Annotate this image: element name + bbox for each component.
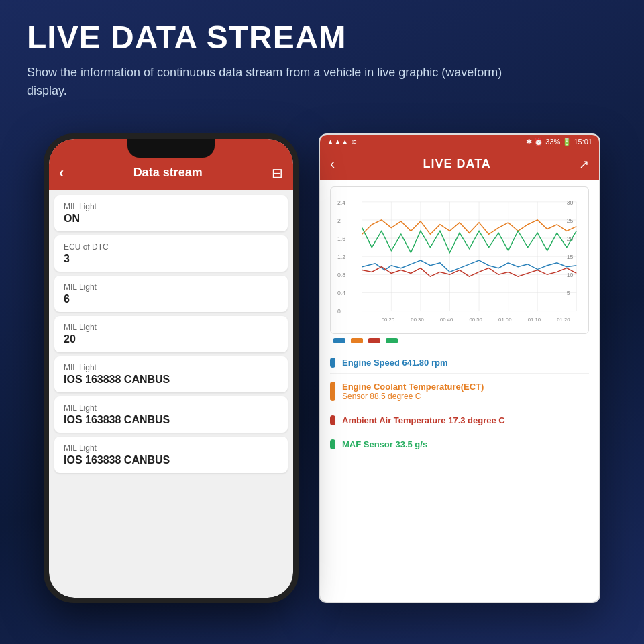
svg-text:0.4: 0.4 xyxy=(337,290,345,297)
sensor-value: Sensor 88.5 degree C xyxy=(342,392,484,401)
sensor-info: Engine Speed 641.80 rpm xyxy=(342,358,448,368)
sensor-item: Engine Coolant Temperature(ECT) Sensor 8… xyxy=(330,376,589,407)
right-header: ‹ LIVE DATA ↗ xyxy=(320,149,599,180)
data-item: MIL Light IOS 163838 CANBUS xyxy=(54,437,288,473)
sensor-bar xyxy=(330,415,335,425)
data-item-value: 6 xyxy=(64,293,278,305)
left-phone: ‹ Data stream ⊟ MIL Light ON ECU of DTC … xyxy=(44,133,299,603)
svg-text:01:10: 01:10 xyxy=(528,317,541,323)
share-icon[interactable]: ↗ xyxy=(579,157,589,172)
data-item-value: IOS 163838 CANBUS xyxy=(64,454,278,466)
page-title: LIVE DATA STREAM xyxy=(27,20,617,56)
data-item: MIL Light ON xyxy=(54,195,288,231)
status-bar-right: ✱ ⏰ 33% 🔋 15:01 xyxy=(526,138,592,146)
phone-title-left: Data stream xyxy=(133,166,203,180)
data-item: MIL Light IOS 163838 CANBUS xyxy=(54,356,288,392)
svg-text:15: 15 xyxy=(567,254,574,260)
svg-text:00:50: 00:50 xyxy=(470,317,482,323)
back-arrow-left[interactable]: ‹ xyxy=(59,164,64,182)
sensor-bar xyxy=(330,382,335,401)
data-list: MIL Light ON ECU of DTC 3 MIL Light 6 MI… xyxy=(49,190,293,598)
header-section: LIVE DATA STREAM Show the information of… xyxy=(0,0,644,113)
legend-dot xyxy=(333,338,345,343)
legend-dot xyxy=(351,338,363,343)
svg-text:00:20: 00:20 xyxy=(382,317,394,323)
sensor-bar xyxy=(330,358,335,368)
data-item-label: MIL Light xyxy=(64,443,278,453)
phone-notch xyxy=(127,139,215,158)
right-phone: ▲▲▲ ≋ ✱ ⏰ 33% 🔋 15:01 ‹ LIVE DATA ↗ xyxy=(319,133,600,603)
data-item: ECU of DTC 3 xyxy=(54,235,288,272)
phone-screen-left: ‹ Data stream ⊟ MIL Light ON ECU of DTC … xyxy=(49,139,293,598)
export-icon-left[interactable]: ⊟ xyxy=(272,165,283,181)
legend-dot xyxy=(386,338,398,343)
data-item-value: ON xyxy=(64,213,278,225)
data-item-value: 3 xyxy=(64,253,278,265)
data-item-label: MIL Light xyxy=(64,323,278,332)
data-item-label: MIL Light xyxy=(64,363,278,372)
status-bar-left: ▲▲▲ ≋ xyxy=(327,138,357,146)
sensor-item: Engine Speed 641.80 rpm xyxy=(330,352,589,374)
data-item-label: MIL Light xyxy=(64,202,278,211)
sensor-name: MAF Sensor 33.5 g/s xyxy=(342,439,427,449)
sensor-info: Ambient Air Temperature 17.3 degree C xyxy=(342,415,505,425)
sensor-info: Engine Coolant Temperature(ECT) Sensor 8… xyxy=(342,382,484,401)
svg-text:2.4: 2.4 xyxy=(337,199,345,206)
sensor-name: Ambient Air Temperature 17.3 degree C xyxy=(342,415,505,425)
svg-text:01:00: 01:00 xyxy=(498,317,511,323)
svg-text:10: 10 xyxy=(567,272,574,278)
sensor-item: Ambient Air Temperature 17.3 degree C xyxy=(330,410,589,431)
data-item: MIL Light 20 xyxy=(54,316,288,352)
svg-text:30: 30 xyxy=(567,199,574,206)
chart-svg: 2.4 2 1.6 1.2 0.8 0.4 0 30 25 20 15 10 5… xyxy=(336,193,583,328)
sensor-name: Engine Coolant Temperature(ECT) xyxy=(342,382,484,392)
svg-text:5: 5 xyxy=(567,290,570,297)
data-item-label: MIL Light xyxy=(64,282,278,292)
chart-area: 2.4 2 1.6 1.2 0.8 0.4 0 30 25 20 15 10 5… xyxy=(320,180,599,347)
page-subtitle: Show the information of continuous data … xyxy=(27,64,510,100)
sensor-list: Engine Speed 641.80 rpm Engine Coolant T… xyxy=(320,347,599,602)
svg-text:1.2: 1.2 xyxy=(337,254,345,260)
svg-text:2: 2 xyxy=(337,217,341,224)
sensor-name: Engine Speed 641.80 rpm xyxy=(342,358,448,368)
data-item-value: IOS 163838 CANBUS xyxy=(64,414,278,426)
back-arrow-right[interactable]: ‹ xyxy=(330,156,335,173)
data-item: MIL Light IOS 163838 CANBUS xyxy=(54,396,288,433)
data-item-value: 20 xyxy=(64,333,278,345)
live-data-title: LIVE DATA xyxy=(423,157,490,171)
data-item-value: IOS 163838 CANBUS xyxy=(64,374,278,386)
svg-text:00:30: 00:30 xyxy=(411,317,423,323)
chart-container: 2.4 2 1.6 1.2 0.8 0.4 0 30 25 20 15 10 5… xyxy=(330,186,589,334)
svg-text:00:40: 00:40 xyxy=(440,317,453,323)
svg-text:01:20: 01:20 xyxy=(557,317,570,323)
svg-text:25: 25 xyxy=(567,217,574,224)
data-item-label: MIL Light xyxy=(64,403,278,413)
chart-legend xyxy=(330,338,589,343)
svg-text:0: 0 xyxy=(337,308,341,315)
data-item: MIL Light 6 xyxy=(54,276,288,312)
data-item-label: ECU of DTC xyxy=(64,242,278,252)
sensor-bar xyxy=(330,439,335,449)
status-bar: ▲▲▲ ≋ ✱ ⏰ 33% 🔋 15:01 xyxy=(320,135,599,149)
legend-dot xyxy=(368,338,380,343)
phones-container: ‹ Data stream ⊟ MIL Light ON ECU of DTC … xyxy=(0,120,644,603)
svg-text:1.6: 1.6 xyxy=(337,235,345,242)
sensor-item: MAF Sensor 33.5 g/s xyxy=(330,434,589,455)
svg-text:0.8: 0.8 xyxy=(337,272,345,278)
sensor-info: MAF Sensor 33.5 g/s xyxy=(342,439,427,449)
